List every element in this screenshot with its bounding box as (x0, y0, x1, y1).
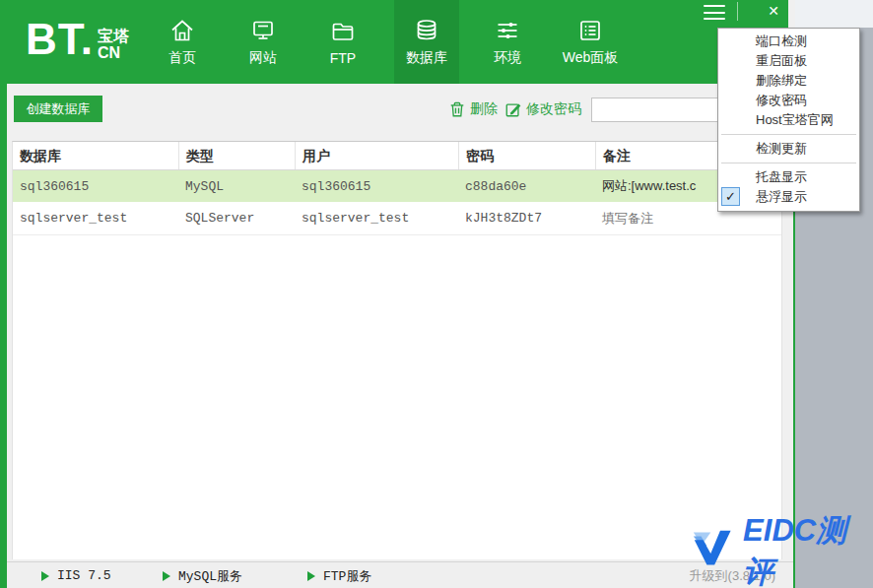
nav-label: 首页 (168, 49, 196, 67)
delete-button[interactable]: 删除 (448, 100, 498, 118)
column-header-type: 类型 (178, 142, 295, 169)
desktop-background: BT. 宝塔 CN 首页 网站 (0, 0, 873, 588)
column-header-user: 用户 (295, 142, 458, 169)
nav-label: FTP (330, 50, 356, 66)
nav-label: 数据库 (406, 49, 447, 67)
monitor-icon (249, 17, 277, 44)
folder-icon (329, 18, 357, 45)
delete-label: 删除 (470, 100, 498, 118)
control-divider (737, 2, 738, 21)
menu-item-change-password[interactable]: 修改密码 (718, 91, 859, 110)
veidc-v-logo-icon (688, 528, 747, 575)
context-menu: 端口检测 重启面板 删除绑定 修改密码 Host宝塔官网 检测更新 托盘显示 ✓… (717, 28, 860, 212)
menu-item-port-check[interactable]: 端口检测 (718, 32, 859, 51)
nav-item-ftp[interactable]: FTP (310, 0, 375, 84)
database-table: 数据库 类型 用户 密码 备注 sql360615 MySQL sql36061… (12, 141, 782, 559)
veidc-watermark: EIDC测评 (688, 510, 873, 588)
menu-item-host-official-site[interactable]: Host宝塔官网 (718, 110, 859, 130)
menu-item-label: 悬浮显示 (756, 189, 807, 204)
modify-password-button[interactable]: 修改密码 (504, 100, 581, 118)
logo-bt-text: BT. (26, 16, 94, 63)
table-row[interactable]: sqlserver_test SQLServer sqlserver_test … (13, 202, 781, 235)
play-icon (41, 571, 49, 581)
sliders-icon (494, 17, 521, 44)
nav-item-home[interactable]: 首页 (150, 0, 215, 84)
logo-stack: 宝塔 CN (98, 28, 129, 61)
cell-type: MySQL (178, 170, 295, 202)
nav-label: 网站 (249, 49, 277, 67)
table-row[interactable]: sql360615 MySQL sql360615 c88da60e 网站:[w… (13, 170, 781, 202)
nav-label: 环境 (494, 49, 521, 67)
database-icon (413, 17, 440, 44)
nav-label: Web面板 (563, 49, 619, 67)
play-icon (307, 571, 315, 581)
logo-cn-top: 宝塔 (98, 28, 129, 44)
menu-item-floating-display[interactable]: ✓ 悬浮显示 (718, 187, 859, 207)
desktop-top-strip (787, 0, 873, 28)
edit-icon (504, 100, 522, 118)
cell-type: SQLServer (178, 202, 295, 234)
service-mysql[interactable]: MySQL服务 (163, 562, 242, 588)
table-header-row: 数据库 类型 用户 密码 备注 (13, 142, 781, 170)
create-database-button[interactable]: 创建数据库 (14, 96, 102, 122)
bt-panel-window: BT. 宝塔 CN 首页 网站 (0, 0, 795, 588)
window-left-border (0, 0, 7, 588)
trash-icon (448, 100, 466, 118)
nav-item-web-panel[interactable]: Web面板 (555, 0, 626, 84)
titlebar: BT. 宝塔 CN 首页 网站 (0, 0, 788, 84)
list-panel-icon (576, 17, 604, 44)
play-icon (163, 571, 170, 581)
service-ftp[interactable]: FTP服务 (307, 562, 371, 588)
check-icon: ✓ (721, 187, 740, 206)
nav-item-website[interactable]: 网站 (231, 0, 296, 84)
menu-item-delete-binding[interactable]: 删除绑定 (718, 71, 859, 91)
close-icon[interactable]: ✕ (761, 0, 786, 22)
menu-item-restart-panel[interactable]: 重启面板 (718, 51, 859, 71)
modify-password-label: 修改密码 (526, 100, 581, 118)
column-header-password: 密码 (458, 142, 595, 169)
cell-password: kJH3t8ZDt7 (458, 202, 595, 234)
watermark-text: EIDC测评 (743, 510, 873, 588)
menu-separator (721, 134, 856, 135)
cell-database: sqlserver_test (13, 202, 178, 234)
status-bar: IIS 7.5 MySQL服务 FTP服务 升级到(3.8.1.0) (7, 561, 793, 588)
column-header-database: 数据库 (13, 142, 178, 169)
cell-database: sql360615 (13, 170, 178, 202)
bt-logo: BT. 宝塔 CN (26, 16, 129, 63)
home-icon (168, 17, 196, 44)
service-label: IIS 7.5 (57, 568, 111, 583)
service-label: FTP服务 (323, 567, 371, 585)
menu-item-check-update[interactable]: 检测更新 (718, 139, 859, 159)
nav-item-environment[interactable]: 环境 (475, 0, 540, 84)
hamburger-menu-icon[interactable] (704, 5, 725, 20)
logo-cn-bottom: CN (98, 44, 129, 61)
cell-user: sql360615 (295, 170, 458, 202)
menu-item-tray-display[interactable]: 托盘显示 (718, 167, 859, 187)
cell-password: c88da60e (458, 170, 595, 202)
nav-item-database[interactable]: 数据库 (394, 0, 459, 84)
cell-user: sqlserver_test (295, 202, 458, 234)
service-iis[interactable]: IIS 7.5 (41, 562, 111, 588)
menu-separator (721, 163, 856, 163)
service-label: MySQL服务 (178, 567, 242, 585)
